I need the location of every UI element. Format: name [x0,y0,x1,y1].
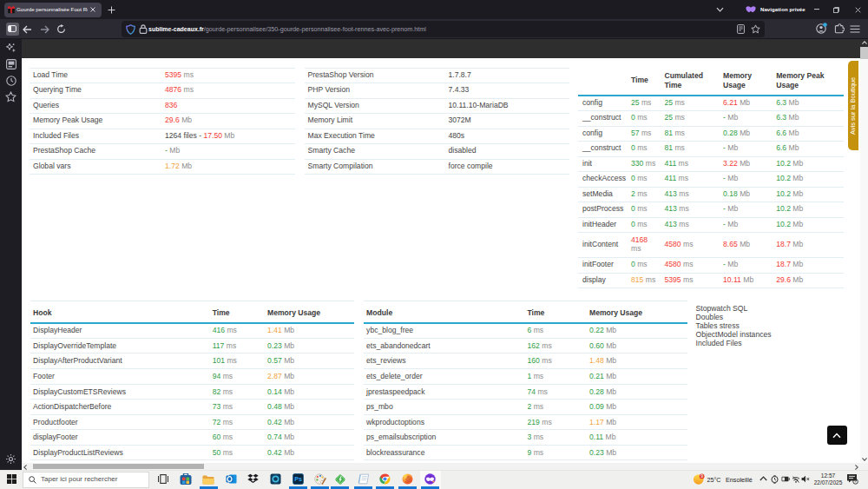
svg-text:?: ? [854,479,857,484]
svg-text:9: 9 [700,473,703,479]
svg-text:Ps: Ps [294,476,302,482]
